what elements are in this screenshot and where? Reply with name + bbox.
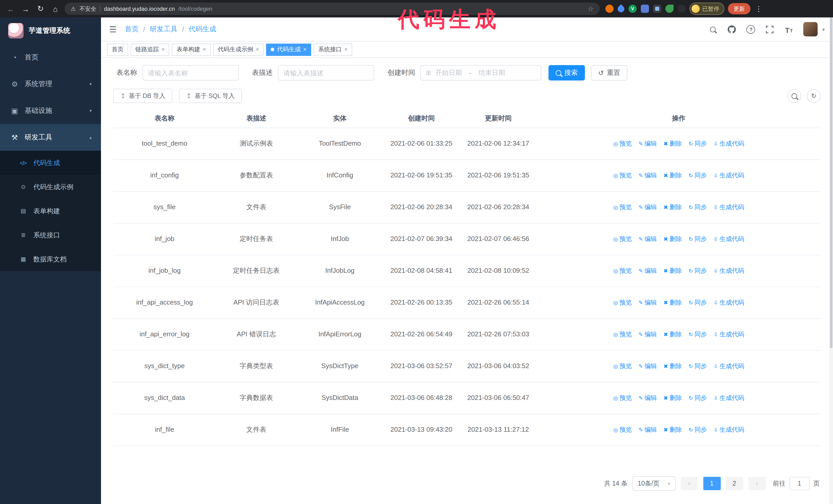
sync-link[interactable]: ↻同步 [688,234,707,244]
preview-link[interactable]: ◎预览 [613,425,632,435]
tab-close-icon[interactable]: × [162,47,165,52]
search-icon[interactable] [709,25,718,34]
extension-icon-green-v[interactable]: V [628,5,637,13]
delete-link[interactable]: ✖删除 [664,266,682,276]
sidebar-logo[interactable]: 芋道管理系统 [0,18,101,44]
generate-code-link[interactable]: ⇩生成代码 [714,361,744,371]
address-bar[interactable]: ⚠ 不安全 dashboard.yudao.iocoder.cn /tool/c… [65,3,600,15]
delete-link[interactable]: ✖删除 [664,171,682,181]
generate-code-link[interactable]: ⇩生成代码 [714,266,744,276]
generate-code-link[interactable]: ⇩生成代码 [714,330,744,339]
browser-update-button[interactable]: 更新 [728,3,751,14]
edit-link[interactable]: ✎编辑 [639,171,657,181]
security-warning-icon[interactable]: ⚠ [71,5,76,12]
extension-icon-people[interactable] [641,5,649,13]
sync-link[interactable]: ↻同步 [688,393,707,403]
home-icon[interactable]: ⌂ [50,3,61,14]
page-button-1[interactable]: 1 [703,477,720,490]
goto-page-input[interactable] [789,477,810,490]
edit-link[interactable]: ✎编辑 [639,139,657,149]
sidebar-item-system-management[interactable]: ⚙ 系统管理 ▾ [0,71,101,97]
delete-link[interactable]: ✖删除 [664,361,682,371]
preview-link[interactable]: ◎预览 [613,298,632,308]
date-range-picker[interactable]: ⊞ 开始日期 - 结束日期 [420,65,541,80]
sidebar-item-form-builder[interactable]: ▤ 表单构建 [0,199,101,223]
preview-link[interactable]: ◎预览 [613,393,632,403]
sidebar-item-home[interactable]: ◔ 首页 [0,44,101,71]
generate-code-link[interactable]: ⇩生成代码 [714,298,744,308]
profile-paused-badge[interactable]: 已暂停 [689,3,724,15]
tab-close-icon[interactable]: × [303,47,307,52]
sync-link[interactable]: ↻同步 [688,266,707,276]
preview-link[interactable]: ◎预览 [613,171,632,181]
extension-icon-orange[interactable] [605,5,614,13]
sync-link[interactable]: ↻同步 [688,298,707,308]
extension-icon-dark[interactable] [653,5,661,13]
back-icon[interactable]: ← [5,3,17,14]
delete-link[interactable]: ✖删除 [664,393,682,403]
sync-link[interactable]: ↻同步 [688,330,707,339]
url-domain[interactable]: dashboard.yudao.iocoder.cn [104,6,175,12]
edit-link[interactable]: ✎编辑 [639,202,657,212]
preview-link[interactable]: ◎预览 [613,330,632,339]
import-db-button[interactable]: ↥ 基于 DB 导入 [113,89,172,103]
sync-link[interactable]: ↻同步 [688,171,707,181]
table-name-input[interactable] [142,65,239,80]
preview-link[interactable]: ◎预览 [613,266,632,276]
avatar-caret-icon[interactable]: ▾ [822,26,825,32]
generate-code-link[interactable]: ⇩生成代码 [714,425,744,435]
tab-codegen[interactable]: 代码生成 × [266,43,311,56]
page-size-select[interactable]: 10条/页 ▾ [633,476,675,491]
tab-tracing[interactable]: 链路追踪 × [131,43,169,56]
sidebar-item-system-api[interactable]: ≣ 系统接口 [0,223,101,247]
delete-link[interactable]: ✖删除 [664,234,682,244]
preview-link[interactable]: ◎预览 [613,234,632,244]
security-warning-label[interactable]: 不安全 [79,5,96,13]
edit-link[interactable]: ✎编辑 [639,298,657,308]
table-desc-input[interactable] [278,65,374,80]
sidebar-item-db-doc[interactable]: ▦ 数据库文档 [0,247,101,271]
help-icon[interactable]: ? [746,25,756,34]
prev-page-button[interactable]: ‹ [681,477,698,490]
edit-link[interactable]: ✎编辑 [639,266,657,276]
search-button[interactable]: 搜索 [548,65,585,80]
tab-codegen-example[interactable]: 代码生成示例 × [213,43,264,56]
generate-code-link[interactable]: ⇩生成代码 [714,202,744,212]
tab-form-builder[interactable]: 表单构建 × [172,43,211,56]
edit-link[interactable]: ✎编辑 [639,393,657,403]
sync-link[interactable]: ↻同步 [688,202,707,212]
generate-code-link[interactable]: ⇩生成代码 [714,393,744,403]
edit-link[interactable]: ✎编辑 [639,361,657,371]
tab-close-icon[interactable]: × [203,47,206,52]
extension-icon-droplet[interactable] [616,4,626,14]
github-icon[interactable] [728,25,737,34]
delete-link[interactable]: ✖删除 [664,330,682,339]
sidebar-item-infrastructure[interactable]: ▣ 基础设施 ▾ [0,97,101,124]
delete-link[interactable]: ✖删除 [664,298,682,308]
font-size-icon[interactable]: TT [784,25,793,34]
bookmark-star-icon[interactable]: ☆ [588,5,594,13]
delete-link[interactable]: ✖删除 [664,202,682,212]
tab-home[interactable]: 首页 [107,43,128,56]
extensions-puzzle-icon[interactable] [678,5,686,13]
generate-code-link[interactable]: ⇩生成代码 [714,139,744,149]
browser-menu-icon[interactable]: ⋮ [754,5,763,13]
breadcrumb-dev-tools[interactable]: 研发工具 [150,25,177,34]
delete-link[interactable]: ✖删除 [664,425,682,435]
scrollbar-thumb[interactable] [830,18,832,349]
edit-link[interactable]: ✎编辑 [639,425,657,435]
reset-button[interactable]: ↺ 重置 [591,65,627,80]
reload-icon[interactable]: ↻ [35,3,46,14]
user-avatar[interactable] [803,22,818,37]
sync-link[interactable]: ↻同步 [688,139,707,149]
extension-icon-leaf[interactable] [665,5,673,13]
sidebar-item-codegen[interactable]: </> 代码生成 [0,151,101,175]
toggle-search-button[interactable] [787,89,801,103]
preview-link[interactable]: ◎预览 [613,202,632,212]
edit-link[interactable]: ✎编辑 [639,330,657,339]
url-path[interactable]: /tool/codegen [178,6,212,12]
page-button-2[interactable]: 2 [725,477,743,490]
generate-code-link[interactable]: ⇩生成代码 [714,234,744,244]
preview-link[interactable]: ◎预览 [613,361,632,371]
sync-link[interactable]: ↻同步 [688,425,707,435]
